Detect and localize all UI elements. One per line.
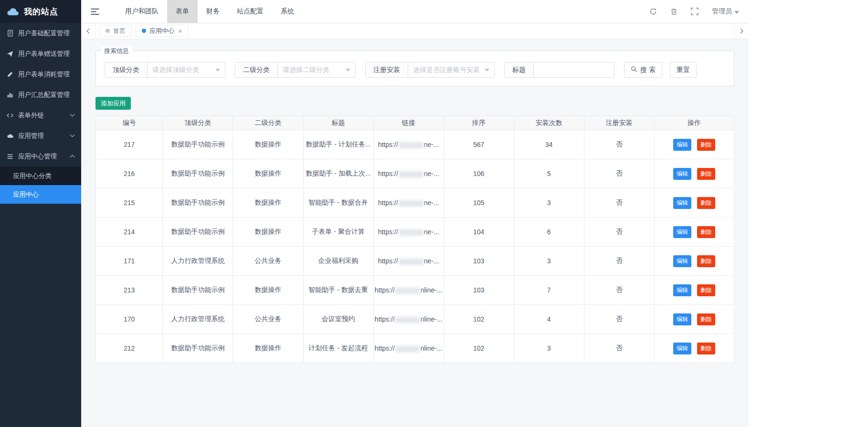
topnav-item-system[interactable]: 系统: [272, 0, 303, 23]
edit-button[interactable]: 编辑: [673, 343, 691, 354]
cell-register: 否: [584, 159, 654, 188]
search-filters: 顶级分类 请选择顶级分类 二级分类 请选择二级分类: [105, 62, 725, 78]
link-suffix: nline-...: [421, 315, 443, 323]
cell-register: 否: [584, 247, 654, 276]
blurred-link-segment: [395, 288, 420, 294]
sidebar-subitem-label: 应用中心分类: [13, 172, 52, 180]
link-suffix: nline-...: [421, 344, 443, 352]
col-header-top-category: 顶级分类: [163, 116, 233, 130]
edit-button[interactable]: 编辑: [673, 255, 691, 267]
sidebar-subitem-app-center-category[interactable]: 应用中心分类: [0, 167, 81, 185]
logo[interactable]: 我的站点: [0, 0, 81, 23]
top-category-select[interactable]: 请选择顶级分类: [148, 62, 225, 77]
select-placeholder: 请选择二级分类: [283, 66, 329, 74]
fullscreen-icon[interactable]: [691, 8, 699, 15]
topnav-item-finance[interactable]: 财务: [198, 0, 228, 23]
sidebar-item-summary-config[interactable]: 用户汇总配置管理: [0, 84, 81, 105]
cell-sub-category: 公共业务: [233, 247, 303, 276]
cell-actions: 编辑 删除: [654, 305, 734, 334]
sidebar-item-label: 用户基础配置管理: [18, 29, 70, 38]
admin-label: 管理员: [712, 7, 732, 16]
admin-user-menu[interactable]: 管理员: [712, 7, 739, 16]
topnav-item-users-teams[interactable]: 用户和团队: [116, 0, 167, 23]
table-row: 217 数据助手功能示例 数据操作 数据助手 - 计划任务... https:/…: [96, 130, 734, 159]
delete-button[interactable]: 删除: [697, 226, 715, 238]
topnav-item-forms[interactable]: 表单: [167, 0, 198, 23]
sidebar-item-form-gift[interactable]: 用户表单赠送管理: [0, 43, 81, 64]
cell-installs: 5: [514, 159, 584, 188]
sidebar-collapse-icon[interactable]: [91, 8, 99, 15]
sidebar-item-app-management[interactable]: 应用管理: [0, 125, 81, 146]
topnav-item-site-config[interactable]: 站点配置: [228, 0, 272, 23]
cell-title: 计划任务 - 发起流程: [303, 334, 373, 363]
tabs-scroll-right-icon[interactable]: [734, 23, 749, 39]
close-icon[interactable]: ×: [178, 27, 182, 34]
delete-button[interactable]: 删除: [697, 284, 715, 296]
link-suffix: nline-...: [421, 286, 443, 294]
edit-button[interactable]: 编辑: [673, 284, 691, 296]
edit-button[interactable]: 编辑: [673, 197, 691, 209]
sidebar-item-form-external-link[interactable]: 表单外链: [0, 105, 81, 125]
delete-button[interactable]: 删除: [697, 139, 715, 151]
trash-icon[interactable]: [670, 8, 677, 15]
cell-title: 智能助手 - 数据合并: [303, 188, 373, 218]
cell-actions: 编辑 删除: [654, 218, 734, 247]
blurred-link-segment: [399, 259, 423, 265]
sub-category-select[interactable]: 请选择二级分类: [278, 62, 355, 77]
table-row: 213 数据助手功能示例 数据操作 智能助手 - 数据去重 https://nl…: [96, 276, 734, 305]
add-app-button[interactable]: 添加应用: [95, 97, 131, 110]
cell-sub-category: 公共业务: [233, 305, 303, 334]
delete-button[interactable]: 删除: [697, 197, 715, 209]
cell-installs: 3: [514, 334, 584, 363]
topnav-item-label: 财务: [206, 7, 220, 16]
sidebar-subitem-app-center[interactable]: 应用中心: [0, 185, 81, 204]
cell-sub-category: 数据操作: [233, 334, 303, 363]
table-row: 171 人力行政管理系统 公共业务 企业福利采购 https://ne-... …: [96, 247, 734, 276]
tab-app-center[interactable]: 应用中心 ×: [136, 25, 189, 37]
col-header-sort: 排序: [444, 116, 514, 130]
topnav-right: 管理员: [649, 7, 739, 16]
cell-id: 216: [96, 159, 163, 188]
tab-home[interactable]: 首页: [99, 25, 132, 37]
sidebar-item-form-consume[interactable]: 用户表单消耗管理: [0, 64, 81, 84]
cell-register: 否: [584, 334, 654, 363]
delete-button[interactable]: 删除: [697, 313, 715, 325]
cell-installs: 7: [514, 276, 584, 305]
cell-actions: 编辑 删除: [654, 276, 734, 305]
edit-button[interactable]: 编辑: [673, 313, 691, 325]
cell-link: https://ne-...: [373, 247, 444, 276]
cell-sub-category: 数据操作: [233, 276, 303, 305]
cell-top-category: 数据助手功能示例: [163, 130, 233, 159]
link-prefix: https://: [375, 315, 395, 323]
cell-id: 170: [96, 305, 163, 334]
cell-top-category: 数据助手功能示例: [163, 159, 233, 188]
sidebar-item-user-base-config[interactable]: 用户基础配置管理: [0, 23, 81, 43]
caret-down-icon: [734, 8, 739, 15]
topnav-menu: 用户和团队 表单 财务 站点配置 系统: [116, 0, 303, 23]
edit-button[interactable]: 编辑: [673, 226, 691, 238]
reset-button[interactable]: 重置: [670, 62, 697, 78]
register-install-select[interactable]: 选择是否注册账号安装: [408, 62, 494, 77]
blurred-link-segment: [395, 346, 420, 352]
sidebar-item-label: 应用管理: [18, 132, 44, 140]
delete-button[interactable]: 删除: [697, 168, 715, 180]
blurred-link-segment: [399, 171, 423, 177]
search-panel-legend: 搜索信息: [101, 47, 132, 55]
col-header-id: 编号: [96, 116, 163, 130]
select-placeholder: 请选择顶级分类: [152, 66, 199, 74]
edit-button[interactable]: 编辑: [673, 168, 691, 180]
delete-button[interactable]: 删除: [697, 343, 715, 354]
edit-button[interactable]: 编辑: [673, 139, 691, 151]
cell-title: 数据助手 - 计划任务...: [303, 130, 373, 159]
pen-icon: [6, 71, 14, 78]
sidebar-item-app-center-management[interactable]: 应用中心管理: [0, 146, 81, 167]
title-input[interactable]: [534, 62, 614, 77]
cell-top-category: 人力行政管理系统: [163, 305, 233, 334]
link-prefix: https://: [375, 286, 395, 294]
tabs-scroll-left-icon[interactable]: [81, 23, 95, 39]
bar-chart-icon: [6, 91, 14, 99]
refresh-icon[interactable]: [649, 8, 657, 15]
delete-button[interactable]: 删除: [697, 255, 715, 267]
sidebar: 我的站点 用户基础配置管理 用户表单赠送管理 用户表单消耗管理 用户汇总配置管理: [0, 0, 81, 427]
search-button[interactable]: 搜 索: [624, 62, 662, 78]
